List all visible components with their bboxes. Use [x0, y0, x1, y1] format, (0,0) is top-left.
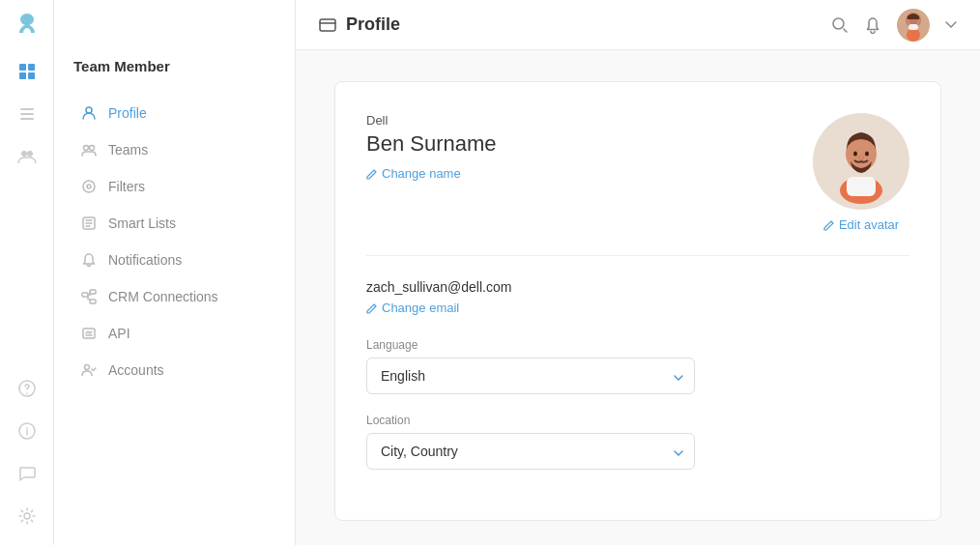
- icon-bar: [0, 0, 54, 545]
- language-select[interactable]: English Spanish French German: [366, 358, 695, 394]
- email-display: zach_sullivan@dell.com: [366, 279, 909, 295]
- user-avatar[interactable]: [897, 9, 930, 42]
- logo-icon[interactable]: [14, 12, 41, 39]
- settings-icon[interactable]: [17, 506, 37, 530]
- svg-point-22: [85, 365, 90, 370]
- svg-point-15: [83, 181, 95, 192]
- info-icon[interactable]: [17, 421, 37, 445]
- profile-section: Dell Ben Surname Change name: [334, 81, 941, 521]
- sidebar-label-teams: Teams: [108, 142, 148, 158]
- profile-info: Dell Ben Surname Change name: [366, 113, 497, 181]
- header-left: Profile: [319, 14, 400, 35]
- svg-point-7: [21, 151, 27, 157]
- sidebar-label-accounts: Accounts: [108, 362, 164, 378]
- svg-rect-5: [20, 113, 34, 115]
- change-email-link[interactable]: Change email: [366, 301, 909, 315]
- svg-point-14: [90, 146, 95, 151]
- people-icon[interactable]: [17, 147, 37, 170]
- profile-icon: [81, 105, 97, 121]
- svg-rect-3: [28, 72, 35, 79]
- sidebar-label-smart-lists: Smart Lists: [108, 215, 176, 231]
- pencil-avatar-icon: [823, 219, 835, 231]
- location-select-wrapper: City, Country New York, USA London, UK P…: [366, 433, 695, 470]
- svg-rect-0: [19, 64, 26, 71]
- sidebar-label-crm: CRM Connections: [108, 289, 218, 304]
- svg-point-13: [84, 146, 89, 151]
- svg-rect-23: [320, 19, 335, 31]
- email-section: zach_sullivan@dell.com Change email: [366, 279, 909, 315]
- sidebar: Team Member Profile Teams Filters Smart …: [54, 0, 296, 545]
- svg-point-11: [24, 513, 30, 519]
- card-icon: [319, 18, 336, 32]
- full-name: Ben Surname: [366, 131, 497, 157]
- edit-avatar-link[interactable]: Edit avatar: [823, 217, 899, 232]
- svg-rect-26: [907, 28, 920, 42]
- sidebar-item-crm-connections[interactable]: CRM Connections: [62, 279, 287, 314]
- profile-top: Dell Ben Surname Change name: [366, 113, 909, 256]
- sidebar-item-notifications[interactable]: Notifications: [62, 243, 287, 277]
- accounts-icon: [81, 362, 97, 378]
- sidebar-label-notifications: Notifications: [108, 252, 182, 268]
- svg-rect-4: [20, 108, 34, 110]
- svg-rect-6: [20, 118, 34, 120]
- svg-point-16: [87, 185, 91, 188]
- sidebar-label-profile: Profile: [108, 105, 147, 121]
- main-area: Profile: [296, 0, 980, 545]
- location-label: Location: [366, 414, 909, 427]
- smart-lists-icon: [81, 215, 97, 231]
- language-label: Language: [366, 338, 909, 352]
- svg-point-24: [833, 18, 844, 29]
- bell-icon[interactable]: [864, 16, 881, 34]
- chevron-down-icon[interactable]: [945, 21, 957, 29]
- svg-point-33: [853, 152, 857, 157]
- language-select-wrapper: English Spanish French German: [366, 358, 695, 394]
- teams-icon: [81, 142, 97, 158]
- svg-rect-1: [28, 64, 35, 71]
- api-icon: [81, 326, 97, 341]
- svg-rect-28: [908, 24, 918, 30]
- company-name: Dell: [366, 113, 497, 128]
- location-field: Location City, Country New York, USA Lon…: [366, 414, 909, 470]
- language-field: Language English Spanish French German: [366, 338, 909, 394]
- grid-icon[interactable]: [17, 62, 37, 85]
- change-name-link[interactable]: Change name: [366, 166, 497, 181]
- content-area: Dell Ben Surname Change name: [296, 50, 980, 545]
- chat-icon[interactable]: [17, 464, 37, 487]
- sidebar-item-filters[interactable]: Filters: [62, 169, 287, 204]
- header: Profile: [296, 0, 980, 50]
- svg-point-8: [27, 151, 33, 157]
- sidebar-item-teams[interactable]: Teams: [62, 132, 287, 167]
- avatar-large: [813, 113, 909, 210]
- list-icon[interactable]: [17, 104, 37, 128]
- svg-rect-18: [82, 293, 88, 297]
- svg-rect-2: [19, 72, 26, 79]
- page-title: Profile: [346, 14, 400, 35]
- svg-point-34: [865, 152, 869, 157]
- svg-rect-31: [847, 177, 876, 196]
- location-select[interactable]: City, Country New York, USA London, UK P…: [366, 433, 695, 470]
- sidebar-title: Team Member: [54, 58, 295, 94]
- sidebar-label-api: API: [108, 326, 130, 341]
- avatar-section: Edit avatar: [813, 113, 909, 232]
- sidebar-item-smart-lists[interactable]: Smart Lists: [62, 206, 287, 241]
- svg-point-12: [86, 107, 92, 113]
- crm-icon: [81, 289, 97, 304]
- sidebar-label-filters: Filters: [108, 179, 145, 194]
- bottom-icons: [17, 379, 37, 545]
- notifications-icon: [81, 252, 97, 268]
- search-icon[interactable]: [831, 16, 849, 34]
- sidebar-item-accounts[interactable]: Accounts: [62, 353, 287, 387]
- sidebar-item-api[interactable]: API: [62, 316, 287, 351]
- pencil-email-icon: [366, 302, 378, 314]
- filters-icon: [81, 179, 97, 194]
- nav-icons: [17, 62, 37, 379]
- pencil-icon: [366, 168, 378, 180]
- help-icon[interactable]: [17, 379, 37, 402]
- sidebar-item-profile[interactable]: Profile: [62, 96, 287, 130]
- header-right: [831, 9, 957, 42]
